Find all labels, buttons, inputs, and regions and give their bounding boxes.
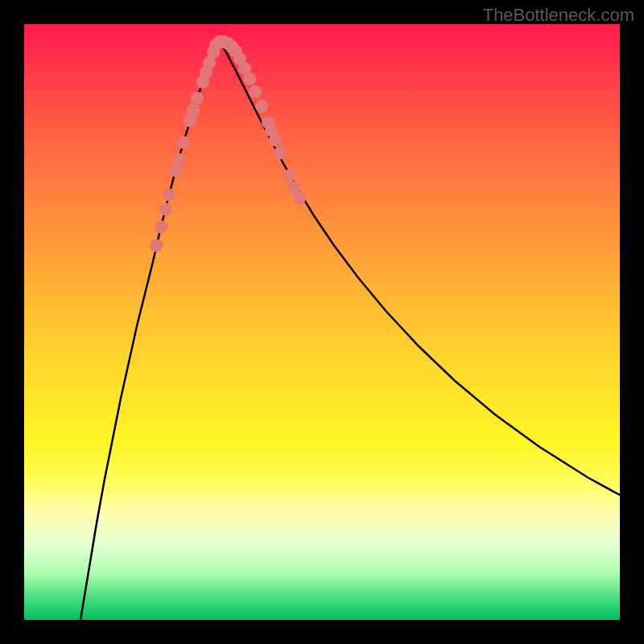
right-curve-line (218, 40, 620, 495)
data-point (177, 136, 190, 149)
data-point (269, 134, 282, 147)
data-point (169, 164, 182, 177)
left-curve-line (80, 40, 218, 620)
left-point-cluster (150, 46, 220, 252)
watermark-text: TheBottleneck.com (483, 5, 634, 26)
chart-plot-area (24, 24, 620, 620)
data-point (159, 203, 172, 216)
data-point (163, 188, 175, 201)
chart-svg (24, 24, 620, 620)
data-point (283, 169, 296, 182)
data-point (187, 104, 200, 117)
right-point-cluster (233, 52, 306, 204)
data-point (150, 239, 163, 252)
data-point (172, 153, 185, 166)
data-point (274, 147, 287, 159)
data-point (155, 221, 167, 233)
data-point (293, 192, 306, 204)
data-point (191, 92, 204, 105)
data-point (243, 72, 256, 85)
data-point (249, 85, 262, 98)
data-point (255, 100, 268, 113)
